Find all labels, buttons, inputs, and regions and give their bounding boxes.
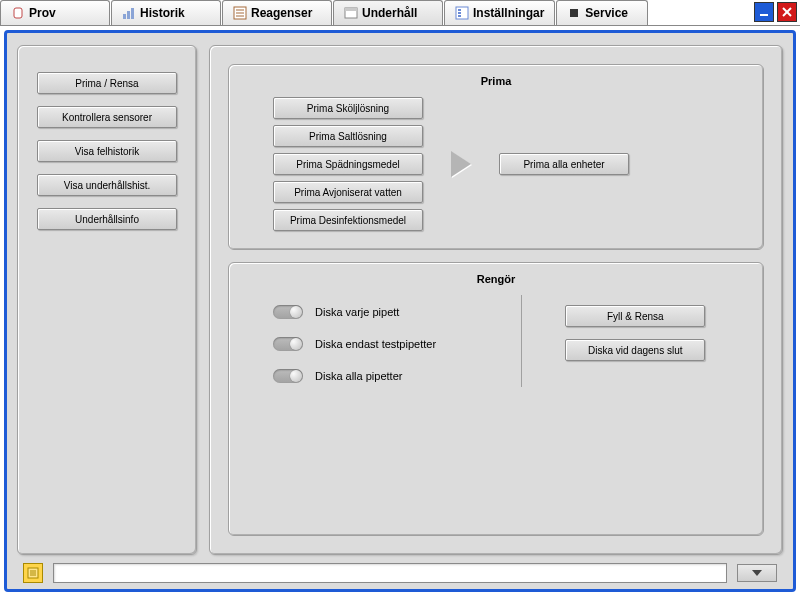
diska-varje-label: Diska varje pipett xyxy=(315,306,399,318)
svg-rect-1 xyxy=(123,14,126,19)
diska-alla-toggle[interactable] xyxy=(273,369,303,383)
diska-varje-toggle[interactable] xyxy=(273,305,303,319)
play-icon xyxy=(451,151,471,177)
visa-underhallshist-button[interactable]: Visa underhållshist. xyxy=(37,174,177,196)
diska-slut-button[interactable]: Diska vid dagens slut xyxy=(565,339,705,361)
tab-installningar[interactable]: Inställningar xyxy=(444,0,555,25)
prima-group: Prima Prima Sköljlösning Prima Saltlösni… xyxy=(228,64,764,250)
tab-historik[interactable]: Historik xyxy=(111,0,221,25)
svg-rect-10 xyxy=(456,7,468,19)
diska-test-label: Diska endast testpipetter xyxy=(315,338,436,350)
svg-rect-2 xyxy=(127,11,130,19)
prima-spadningsmedel-button[interactable]: Prima Spädningsmedel xyxy=(273,153,423,175)
prima-group-title: Prima xyxy=(243,75,749,87)
kontrollera-sensorer-button[interactable]: Kontrollera sensorer xyxy=(37,106,177,128)
close-button[interactable] xyxy=(777,2,797,22)
svg-rect-9 xyxy=(345,8,357,11)
tab-prov[interactable]: Prov xyxy=(0,0,110,25)
prima-saltlosning-button[interactable]: Prima Saltlösning xyxy=(273,125,423,147)
diska-alla-label: Diska alla pipetter xyxy=(315,370,402,382)
prima-desinfektionsmedel-button[interactable]: Prima Desinfektionsmedel xyxy=(273,209,423,231)
status-input[interactable] xyxy=(53,563,727,583)
svg-rect-13 xyxy=(458,15,461,17)
svg-rect-0 xyxy=(14,8,22,18)
svg-rect-14 xyxy=(570,9,578,17)
note-icon[interactable] xyxy=(23,563,43,583)
vial-icon xyxy=(11,6,25,20)
tab-label: Historik xyxy=(140,6,185,20)
rengor-group: Rengör Diska varje pipett Diska endast t… xyxy=(228,262,764,536)
status-bar xyxy=(17,561,783,585)
main-panel: Prima Prima Sköljlösning Prima Saltlösni… xyxy=(209,45,783,555)
prima-rensa-button[interactable]: Prima / Rensa xyxy=(37,72,177,94)
form-icon xyxy=(455,6,469,20)
square-icon xyxy=(567,6,581,20)
fyll-rensa-button[interactable]: Fyll & Rensa xyxy=(565,305,705,327)
underhallsinfo-button[interactable]: Underhållsinfo xyxy=(37,208,177,230)
minimize-button[interactable] xyxy=(754,2,774,22)
prima-skoljlosning-button[interactable]: Prima Sköljlösning xyxy=(273,97,423,119)
svg-rect-11 xyxy=(458,9,461,11)
tab-reagenser[interactable]: Reagenser xyxy=(222,0,332,25)
svg-rect-3 xyxy=(131,8,134,19)
prima-avjoniserat-button[interactable]: Prima Avjoniserat vatten xyxy=(273,181,423,203)
window-controls xyxy=(754,0,800,25)
visa-felhistorik-button[interactable]: Visa felhistorik xyxy=(37,140,177,162)
svg-marker-22 xyxy=(752,570,762,576)
tab-underhall[interactable]: Underhåll xyxy=(333,0,443,25)
bars-icon xyxy=(122,6,136,20)
tab-bar: Prov Historik Reagenser Underhåll Instäl… xyxy=(0,0,800,26)
tab-label: Underhåll xyxy=(362,6,417,20)
tab-label: Prov xyxy=(29,6,56,20)
rengor-group-title: Rengör xyxy=(243,273,749,285)
tab-service[interactable]: Service xyxy=(556,0,648,25)
tab-label: Service xyxy=(585,6,628,20)
main-frame: Prima / Rensa Kontrollera sensorer Visa … xyxy=(4,30,796,592)
svg-rect-15 xyxy=(760,14,768,16)
status-dropdown[interactable] xyxy=(737,564,777,582)
window-icon xyxy=(344,6,358,20)
diska-test-toggle[interactable] xyxy=(273,337,303,351)
tab-label: Reagenser xyxy=(251,6,312,20)
svg-rect-12 xyxy=(458,12,461,14)
prima-alla-enheter-button[interactable]: Prima alla enheter xyxy=(499,153,629,175)
sidebar-panel: Prima / Rensa Kontrollera sensorer Visa … xyxy=(17,45,197,555)
list-icon xyxy=(233,6,247,20)
tab-label: Inställningar xyxy=(473,6,544,20)
